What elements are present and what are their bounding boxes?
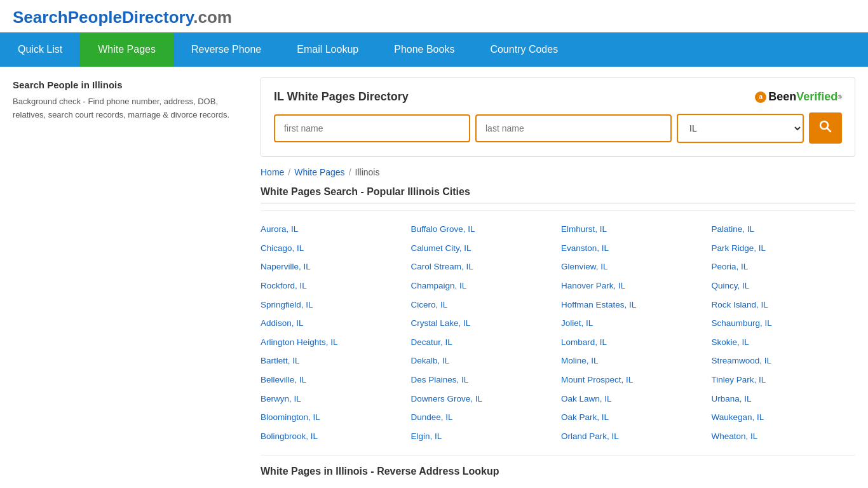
bv-trademark: ®	[837, 94, 842, 100]
been-verified-logo: a BeenVerified®	[755, 90, 842, 104]
search-panel-title-text: IL White Pages Directory	[274, 90, 409, 104]
city-link[interactable]: Moline, IL	[561, 353, 705, 369]
nav-phone-books[interactable]: Phone Books	[376, 32, 472, 67]
city-link[interactable]: Buffalo Grove, IL	[411, 221, 555, 238]
city-link[interactable]: Oak Park, IL	[561, 409, 705, 426]
city-link[interactable]: Orland Park, IL	[561, 428, 705, 445]
breadcrumb-white-pages[interactable]: White Pages	[294, 167, 344, 177]
sidebar: Search People in Illinois Background che…	[0, 67, 248, 487]
nav-bar: Quick List White Pages Reverse Phone Ema…	[0, 32, 868, 67]
state-select[interactable]: IL AL AK AZ CA CO FL GA NY TX	[677, 114, 804, 143]
city-link[interactable]: Tinley Park, IL	[712, 372, 856, 388]
nav-reverse-phone[interactable]: Reverse Phone	[173, 32, 279, 67]
city-link[interactable]: Palatine, IL	[712, 221, 856, 238]
city-link[interactable]: Lombard, IL	[561, 334, 705, 351]
city-link[interactable]: Berwyn, IL	[261, 391, 405, 407]
sidebar-title: Search People in Illinois	[13, 79, 235, 90]
city-link[interactable]: Decatur, IL	[411, 334, 555, 351]
city-link[interactable]: Evanston, IL	[561, 240, 705, 257]
city-link[interactable]: Crystal Lake, IL	[411, 315, 555, 332]
address-section-title: White Pages in Illinois - Reverse Addres…	[261, 466, 855, 477]
city-link[interactable]: Oak Lawn, IL	[561, 391, 705, 407]
bv-verified-text: Verified	[796, 90, 837, 104]
city-link[interactable]: Glenview, IL	[561, 259, 705, 275]
nav-email-lookup[interactable]: Email Lookup	[279, 32, 376, 67]
city-link[interactable]: Addison, IL	[261, 315, 405, 332]
city-link[interactable]: Park Ridge, IL	[712, 240, 856, 257]
city-link[interactable]: Champaign, IL	[411, 278, 555, 294]
logo-gray: .com	[193, 8, 232, 27]
city-link[interactable]: Dundee, IL	[411, 409, 555, 426]
city-link[interactable]: Hoffman Estates, IL	[561, 297, 705, 313]
city-link[interactable]: Wheaton, IL	[712, 428, 856, 445]
city-link[interactable]: Waukegan, IL	[712, 409, 856, 426]
city-link[interactable]: Quincy, IL	[712, 278, 856, 294]
city-grid: Aurora, ILBuffalo Grove, ILElmhurst, ILP…	[261, 221, 855, 445]
city-link[interactable]: Streamwood, IL	[712, 353, 856, 369]
bv-been-text: Been	[768, 90, 796, 104]
search-panel: IL White Pages Directory a BeenVerified®…	[261, 77, 855, 157]
search-panel-header: IL White Pages Directory a BeenVerified®	[274, 90, 842, 104]
city-link[interactable]: Chicago, IL	[261, 240, 405, 257]
breadcrumb-sep-2: /	[349, 167, 351, 177]
city-link[interactable]: Urbana, IL	[712, 391, 856, 407]
city-link[interactable]: Rockford, IL	[261, 278, 405, 294]
city-link[interactable]: Calumet City, IL	[411, 240, 555, 257]
search-form: IL AL AK AZ CA CO FL GA NY TX	[274, 112, 842, 144]
section-divider-2	[261, 455, 855, 456]
last-name-input[interactable]	[475, 114, 672, 142]
nav-white-pages[interactable]: White Pages	[80, 32, 173, 67]
city-link[interactable]: Belleville, IL	[261, 372, 405, 388]
breadcrumb: Home / White Pages / Illinois	[261, 167, 855, 177]
city-link[interactable]: Elgin, IL	[411, 428, 555, 445]
city-link[interactable]: Carol Stream, IL	[411, 259, 555, 275]
city-link[interactable]: Rock Island, IL	[712, 297, 856, 313]
city-link[interactable]: Cicero, IL	[411, 297, 555, 313]
city-link[interactable]: Joliet, IL	[561, 315, 705, 332]
section-divider-1	[261, 210, 855, 211]
city-link[interactable]: Peoria, IL	[712, 259, 856, 275]
city-link[interactable]: Des Plaines, IL	[411, 372, 555, 388]
search-button[interactable]	[809, 112, 842, 144]
city-link[interactable]: Bloomington, IL	[261, 409, 405, 426]
breadcrumb-current: Illinois	[355, 167, 380, 177]
cities-section-title: White Pages Search - Popular Illinois Ci…	[261, 186, 855, 204]
first-name-input[interactable]	[274, 114, 470, 142]
nav-country-codes[interactable]: Country Codes	[472, 32, 576, 67]
city-link[interactable]: Schaumburg, IL	[712, 315, 856, 332]
sidebar-description: Background check - Find phone number, ad…	[13, 95, 235, 122]
city-link[interactable]: Arlington Heights, IL	[261, 334, 405, 351]
city-link[interactable]: Mount Prospect, IL	[561, 372, 705, 388]
city-link[interactable]: Downers Grove, IL	[411, 391, 555, 407]
breadcrumb-sep-1: /	[288, 167, 290, 177]
bv-icon: a	[755, 92, 766, 103]
site-logo[interactable]: SearchPeopleDirectory.com	[13, 8, 232, 27]
svg-line-1	[827, 128, 831, 132]
logo-blue: SearchPeopleDirectory	[13, 8, 193, 27]
city-link[interactable]: Dekalb, IL	[411, 353, 555, 369]
breadcrumb-home[interactable]: Home	[261, 167, 284, 177]
city-link[interactable]: Springfield, IL	[261, 297, 405, 313]
city-link[interactable]: Naperville, IL	[261, 259, 405, 275]
city-link[interactable]: Hanover Park, IL	[561, 278, 705, 294]
nav-quick-list[interactable]: Quick List	[0, 32, 80, 67]
city-link[interactable]: Elmhurst, IL	[561, 221, 705, 238]
city-link[interactable]: Skokie, IL	[712, 334, 856, 351]
city-link[interactable]: Bolingbrook, IL	[261, 428, 405, 445]
city-link[interactable]: Aurora, IL	[261, 221, 405, 238]
city-link[interactable]: Bartlett, IL	[261, 353, 405, 369]
search-icon	[819, 120, 832, 136]
main-content: IL White Pages Directory a BeenVerified®…	[248, 67, 868, 487]
